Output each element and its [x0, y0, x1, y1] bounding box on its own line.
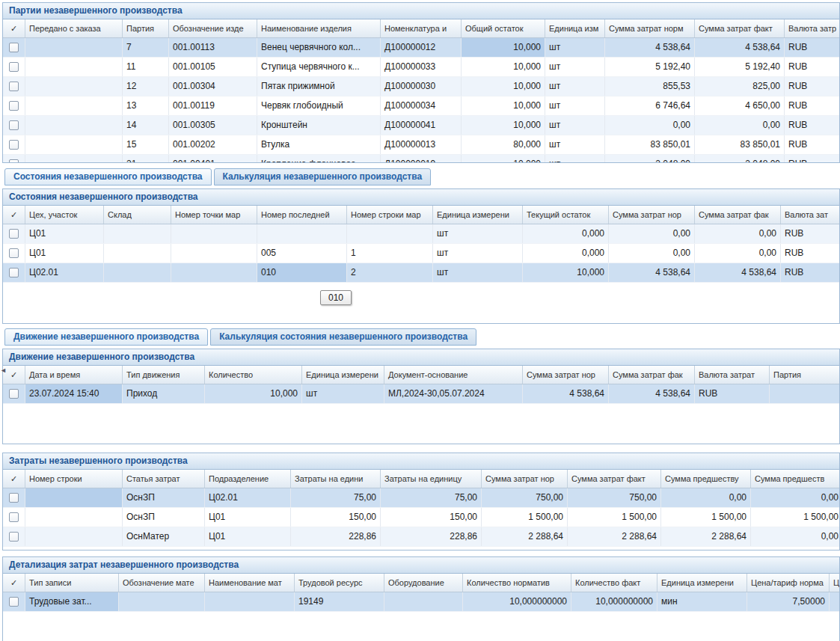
cell[interactable]: RUB [695, 384, 770, 403]
column-header-0[interactable]: Дата и время [25, 366, 123, 384]
column-header-8[interactable]: Сумма затрат факт [695, 19, 785, 37]
cell[interactable]: 75,00 [291, 488, 381, 507]
cell[interactable]: 0,000 [523, 244, 609, 263]
column-header-3[interactable]: Единица измерени [302, 366, 384, 384]
column-header-5[interactable]: Количество норматив [463, 574, 571, 592]
row-checkbox[interactable] [9, 62, 19, 72]
cell[interactable]: 5 192,40 [605, 58, 695, 76]
cell[interactable]: 150,00 [291, 508, 381, 527]
table-row[interactable]: 14001.00305КронштейнД10000004110,000шт0,… [3, 116, 839, 135]
cell[interactable]: 1 500,00 [568, 508, 661, 527]
cell[interactable]: 001.00305 [169, 116, 257, 135]
cell[interactable]: 7,50000 [747, 592, 830, 611]
cell[interactable]: Д100000013 [381, 135, 462, 154]
column-header-3[interactable]: Трудовой ресурс [295, 574, 384, 592]
tab-g1-0[interactable]: Состояния незавершенного производства [4, 168, 212, 185]
cell[interactable] [104, 224, 171, 243]
cell[interactable]: 2 [347, 263, 433, 282]
cell[interactable]: 4 538,64 [523, 384, 609, 403]
cell[interactable] [119, 592, 205, 611]
cell[interactable]: шт [545, 135, 605, 154]
column-header-5[interactable]: Единица измерени [433, 206, 523, 224]
cell[interactable]: 14 [123, 116, 169, 135]
cell[interactable]: 001.00119 [169, 96, 257, 115]
cell[interactable]: 855,53 [605, 77, 695, 96]
cell[interactable] [384, 592, 463, 611]
table-row[interactable]: 12001.00304Пятак прижимнойД10000003010,0… [3, 77, 839, 96]
column-header-2[interactable]: Наименование мат [205, 574, 295, 592]
cell[interactable]: RUB [785, 77, 840, 96]
table-row[interactable]: Ц02.010102шт10,0004 538,644 538,64RUB [3, 263, 839, 283]
cell[interactable]: ОснЗП [123, 488, 205, 507]
cell[interactable]: Трудовые зат... [25, 592, 119, 611]
row-checkbox[interactable] [9, 120, 19, 130]
cell[interactable]: 83 850,01 [695, 135, 785, 154]
cell[interactable]: 001.00202 [169, 135, 257, 154]
cell[interactable]: Ц01 [25, 224, 104, 243]
column-header-3[interactable]: Номер последней [257, 206, 347, 224]
column-header-6[interactable]: Текущий остаток [523, 206, 609, 224]
column-header-4[interactable]: Затраты на единицу [381, 470, 482, 488]
cell[interactable]: ОснМатер [123, 527, 205, 546]
column-header-6[interactable]: Количество факт [571, 574, 657, 592]
cell[interactable] [25, 488, 123, 507]
column-header-6[interactable]: Сумма затрат факт [568, 470, 661, 488]
row-checkbox[interactable] [9, 389, 19, 399]
cell[interactable]: 001.00304 [169, 77, 257, 96]
cell[interactable]: 150,00 [381, 508, 482, 527]
cell[interactable] [171, 263, 257, 282]
column-header-1[interactable]: Партия [123, 19, 169, 37]
cell[interactable]: 12 [123, 77, 169, 96]
table-row[interactable]: ОснЗПЦ01150,00150,001 500,001 500,001 50… [3, 508, 839, 527]
cell[interactable] [25, 96, 123, 115]
column-header-4[interactable]: Номер строки мар [347, 206, 433, 224]
cell[interactable]: 2 048,00 [695, 155, 785, 163]
cell[interactable]: 001.00113 [169, 38, 257, 57]
column-header-0[interactable]: Номер строки [25, 470, 123, 488]
table-row[interactable]: ОснМатерЦ01228,86228,862 288,642 288,642… [3, 527, 839, 547]
column-header-4[interactable]: Документ-основание [384, 366, 523, 384]
cell[interactable]: шт [545, 58, 605, 76]
cell[interactable]: 2 288,64 [568, 527, 661, 546]
cell[interactable] [830, 592, 840, 611]
cell[interactable]: 19149 [295, 592, 384, 611]
cell[interactable]: 10,000000000 [463, 592, 571, 611]
cell[interactable]: Крепление фланцевое [257, 155, 381, 163]
cell[interactable]: Ц02.01 [205, 488, 291, 507]
cell[interactable]: 001.00105 [169, 58, 257, 76]
cell[interactable]: 4 538,64 [609, 384, 695, 403]
cell[interactable]: шт [433, 224, 523, 243]
cell[interactable] [171, 244, 257, 263]
cell[interactable] [25, 135, 123, 154]
cell[interactable]: 0,00 [661, 488, 751, 507]
cell[interactable]: 10,000000000 [571, 592, 657, 611]
cell[interactable]: 0,00 [695, 244, 781, 263]
row-checkbox[interactable] [9, 159, 19, 163]
cell[interactable]: шт [433, 263, 523, 282]
cell[interactable]: 4 538,64 [695, 263, 781, 282]
cell[interactable] [104, 244, 171, 263]
column-header-7[interactable]: Единица измерени [657, 574, 747, 592]
column-header-8[interactable]: Партия [770, 366, 840, 384]
cell[interactable]: 750,00 [482, 488, 568, 507]
column-header-8[interactable]: Сумма предшеств [751, 470, 840, 488]
column-header-1[interactable]: Тип движения [123, 366, 205, 384]
column-header-7[interactable]: Сумма предшеству [661, 470, 751, 488]
cell[interactable]: 10,000 [462, 116, 545, 135]
table-row[interactable]: 11001.00105Ступица червячного к...Д10000… [3, 58, 839, 77]
cell[interactable]: Д100000041 [381, 116, 462, 135]
column-header-3[interactable]: Наименование изделия [257, 19, 381, 37]
cell[interactable] [205, 592, 295, 611]
cell[interactable]: шт [545, 38, 605, 57]
column-header-4[interactable]: Номенклатура и [381, 19, 462, 37]
cell[interactable]: 23.07.2024 15:40 [25, 384, 123, 403]
cell[interactable]: 11 [123, 58, 169, 76]
cell[interactable]: 6 746,64 [605, 96, 695, 115]
cell[interactable]: шт [545, 96, 605, 115]
cell[interactable]: 21 [123, 155, 169, 163]
cell[interactable]: Червяк глобоидный [257, 96, 381, 115]
cell[interactable]: 13 [123, 96, 169, 115]
cell[interactable]: шт [545, 116, 605, 135]
column-header-1[interactable]: Обозначение мате [119, 574, 205, 592]
column-header-1[interactable]: Статья затрат [123, 470, 205, 488]
